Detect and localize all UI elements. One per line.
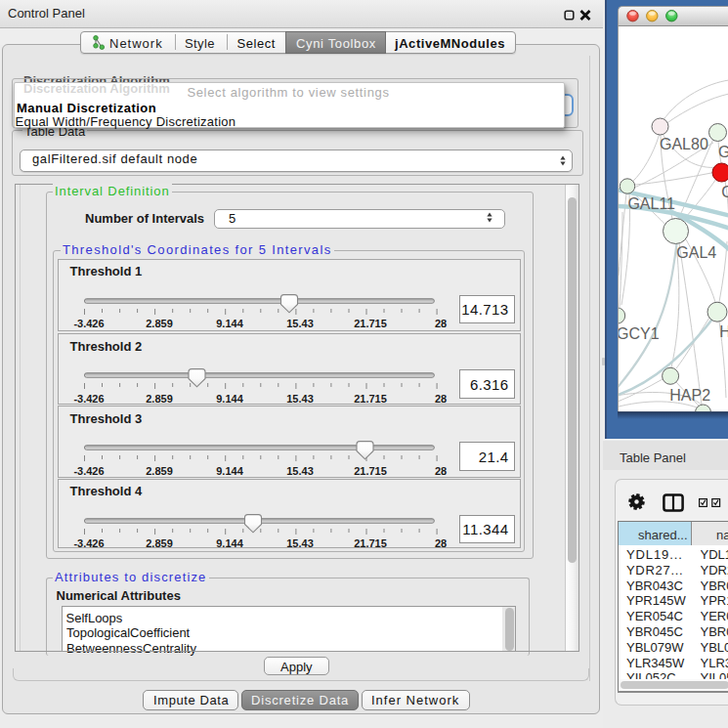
svg-text:GCY1: GCY1 <box>619 324 660 341</box>
svg-text:HAP2: HAP2 <box>669 386 710 403</box>
svg-text:C: C <box>721 183 728 199</box>
svg-text:GAL80: GAL80 <box>660 136 708 152</box>
svg-text:GAL4: GAL4 <box>676 244 716 261</box>
svg-text:GAL11: GAL11 <box>627 194 675 211</box>
svg-text:GA: GA <box>718 144 728 160</box>
svg-text:HI: HI <box>719 322 728 339</box>
